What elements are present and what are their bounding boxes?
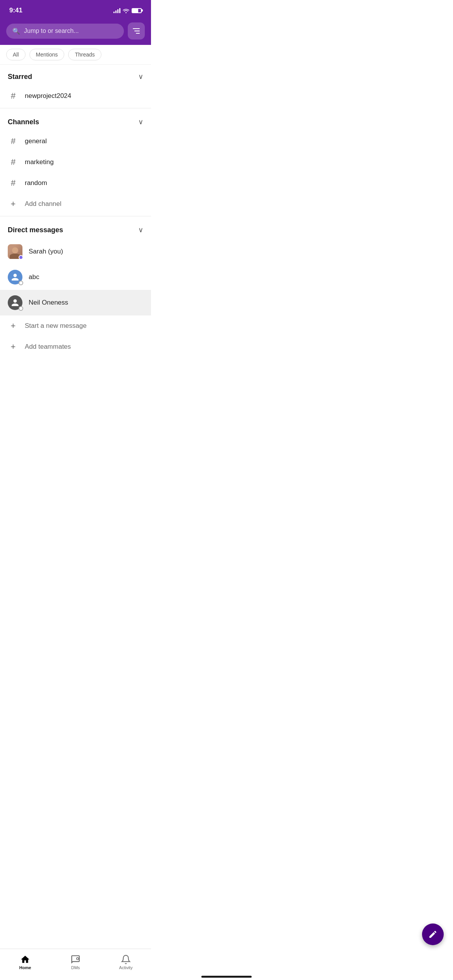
avatar: [8, 270, 22, 284]
starred-section-header: Starred ∨: [0, 65, 151, 86]
item-label: random: [25, 179, 47, 187]
plus-icon: +: [8, 321, 19, 331]
search-placeholder: Jump to or search...: [24, 27, 79, 34]
item-label: abc: [29, 273, 39, 281]
add-channel-item[interactable]: + Add channel: [0, 194, 151, 214]
tab-all[interactable]: All: [6, 49, 26, 60]
plus-icon: +: [8, 199, 19, 209]
dm-item-abc[interactable]: abc: [0, 264, 151, 290]
item-label: newproject2024: [25, 92, 71, 100]
main-content: Starred ∨ # newproject2024 Channels ∨ # …: [0, 65, 151, 357]
channel-item-general[interactable]: # general: [0, 131, 151, 152]
start-new-message-item[interactable]: + Start a new message: [0, 315, 151, 336]
add-teammates-item[interactable]: + Add teammates: [0, 336, 151, 357]
dm-title: Direct messages: [8, 226, 63, 234]
hash-icon: #: [8, 91, 19, 101]
item-label: Add teammates: [25, 343, 71, 351]
channel-item-random[interactable]: # random: [0, 173, 151, 194]
search-area: 🔍 Jump to or search...: [0, 19, 151, 45]
tab-mentions[interactable]: Mentions: [29, 49, 65, 60]
offline-status-dot: [19, 306, 23, 311]
status-icons: [113, 8, 142, 13]
item-label: Add channel: [25, 200, 62, 208]
offline-status-dot: [19, 281, 23, 285]
filter-button[interactable]: [128, 22, 145, 39]
search-bar[interactable]: 🔍 Jump to or search...: [6, 24, 124, 39]
dm-chevron-icon[interactable]: ∨: [138, 226, 143, 234]
hash-icon: #: [8, 157, 19, 167]
avatar: [8, 295, 22, 310]
signal-icon: [113, 8, 120, 13]
starred-title: Starred: [8, 73, 32, 81]
status-bar: 9:41: [0, 0, 151, 19]
item-label: general: [25, 137, 47, 145]
divider: [0, 108, 151, 108]
filter-icon: [133, 28, 140, 34]
online-status-dot: [19, 255, 23, 260]
dm-item-neil-oneness[interactable]: Neil Oneness: [0, 290, 151, 315]
starred-item-newproject2024[interactable]: # newproject2024: [0, 86, 151, 106]
item-label: Start a new message: [25, 322, 87, 330]
wifi-icon: [123, 8, 129, 13]
hash-icon: #: [8, 178, 19, 188]
dm-section-header: Direct messages ∨: [0, 218, 151, 239]
battery-icon: [132, 8, 142, 13]
channel-item-marketing[interactable]: # marketing: [0, 152, 151, 173]
status-time: 9:41: [9, 7, 22, 14]
search-icon: 🔍: [12, 27, 20, 35]
avatar: [8, 244, 22, 259]
channels-section-header: Channels ∨: [0, 110, 151, 131]
item-label: Neil Oneness: [29, 299, 68, 307]
tab-pills: All Mentions Threads: [0, 45, 151, 65]
starred-chevron-icon[interactable]: ∨: [138, 72, 143, 81]
tab-threads[interactable]: Threads: [68, 49, 101, 60]
channels-chevron-icon[interactable]: ∨: [138, 118, 143, 126]
plus-icon: +: [8, 342, 19, 352]
channels-title: Channels: [8, 118, 39, 126]
dm-item-sarah[interactable]: Sarah (you): [0, 239, 151, 264]
item-label: marketing: [25, 158, 54, 166]
divider: [0, 216, 151, 216]
item-label: Sarah (you): [29, 248, 63, 255]
hash-icon: #: [8, 136, 19, 146]
